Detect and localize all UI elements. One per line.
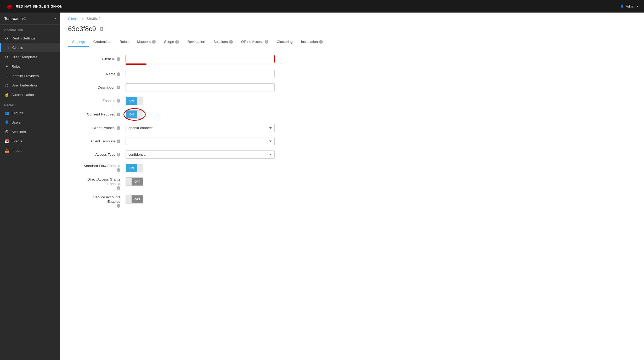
access-type-control: confidential public bearer-only	[126, 150, 288, 159]
name-control	[126, 70, 288, 78]
enabled-toggle-off[interactable]	[137, 97, 143, 105]
roles-icon: ≡	[4, 64, 9, 68]
client-id-label: Client ID ?	[68, 55, 126, 61]
client-protocol-help-icon: ?	[117, 126, 120, 130]
sidebar-item-label: Users	[12, 120, 21, 124]
consent-required-row: Consent Required ? ON	[68, 110, 288, 119]
tab-clustering[interactable]: Clustering	[273, 37, 297, 47]
sidebar-item-client-templates[interactable]: ⚙ Client Templates	[0, 52, 60, 62]
service-accounts-toggle-on-part[interactable]	[126, 195, 132, 203]
consent-toggle-off[interactable]	[137, 111, 143, 118]
description-help-icon: ?	[117, 86, 120, 89]
tab-offline-access[interactable]: Offline Access ?	[237, 37, 273, 47]
sidebar-item-groups[interactable]: 👥 Groups	[0, 108, 60, 118]
client-template-help-icon: ?	[117, 140, 120, 143]
sidebar-item-label: Identity Providers	[12, 74, 39, 78]
name-help-icon: ?	[117, 72, 120, 76]
tab-settings[interactable]: Settings	[68, 37, 89, 47]
sidebar-item-clients[interactable]: ◻ Clients	[0, 43, 60, 52]
service-accounts-help-icon: ?	[117, 204, 120, 208]
access-type-help-icon: ?	[117, 153, 120, 156]
breadcrumb-separator: »	[81, 17, 83, 21]
standard-flow-help-icon: ?	[117, 168, 120, 172]
standard-flow-label: Standard Flow Enabled ?	[68, 164, 126, 172]
mappers-help-icon: ?	[152, 40, 156, 44]
direct-access-help-icon: ?	[117, 186, 120, 190]
sidebar-item-label: User Federation	[12, 83, 37, 87]
sidebar-item-user-federation[interactable]: ◎ User Federation	[0, 80, 60, 90]
direct-access-toggle-off-label[interactable]: OFF	[132, 178, 143, 185]
sessions-icon: ⏱	[4, 130, 9, 134]
brand-logo: RED HAT SINGLE SIGN-ON	[5, 3, 63, 9]
breadcrumb-parent-link[interactable]: Clients	[68, 17, 78, 21]
realm-selector[interactable]: Tom-oauth-1 ▾	[0, 13, 60, 25]
main-content: Clients » 63e3f8c9 63e3f8c9 🗑 Settings C…	[60, 13, 644, 360]
sidebar-item-authentication[interactable]: 🔒 Authentication	[0, 90, 60, 99]
top-navigation: RED HAT SINGLE SIGN-ON 👤 Admin ▾	[0, 0, 644, 13]
tab-offline-access-label: Offline Access	[241, 40, 263, 44]
consent-toggle-on[interactable]: ON	[126, 111, 137, 118]
direct-access-control: OFF	[126, 177, 288, 186]
description-input[interactable]	[126, 83, 275, 91]
sidebar-item-roles[interactable]: ≡ Roles	[0, 62, 60, 71]
sidebar-item-label: Authentication	[12, 93, 34, 97]
direct-access-toggle-on-part[interactable]	[126, 178, 132, 185]
realm-name: Tom-oauth-1	[4, 16, 26, 21]
client-id-control	[126, 55, 288, 65]
client-template-select[interactable]	[126, 137, 275, 145]
tab-scope[interactable]: Scope ?	[160, 37, 183, 47]
tab-revocation[interactable]: Revocation	[183, 37, 209, 47]
client-template-label: Client Template ?	[68, 137, 126, 143]
enabled-toggle[interactable]: ON	[126, 97, 143, 105]
tab-sessions[interactable]: Sessions ?	[209, 37, 237, 47]
enabled-toggle-on[interactable]: ON	[126, 97, 137, 105]
direct-access-row: Direct Access Grants Enabled ? OFF	[68, 177, 288, 190]
page-header: 63e3f8c9 🗑	[60, 23, 644, 33]
tab-credentials-label: Credentials	[93, 40, 111, 44]
client-id-input[interactable]	[126, 55, 275, 63]
sidebar-item-events[interactable]: 📅 Events	[0, 136, 60, 146]
tab-mappers[interactable]: Mappers ?	[133, 37, 160, 47]
direct-access-label: Direct Access Grants Enabled ?	[68, 177, 126, 190]
identity-providers-icon: ↔	[4, 74, 9, 78]
access-type-label: Access Type ?	[68, 150, 126, 156]
tab-installation[interactable]: Installation ?	[297, 37, 327, 47]
access-type-select[interactable]: confidential public bearer-only	[126, 150, 275, 159]
sidebar-item-users[interactable]: 👤 Users	[0, 118, 60, 127]
sidebar-item-realm-settings[interactable]: ⚙ Realm Settings	[0, 33, 60, 43]
consent-required-toggle[interactable]: ON	[126, 110, 143, 119]
name-input[interactable]	[126, 70, 275, 78]
sidebar-item-identity-providers[interactable]: ↔ Identity Providers	[0, 71, 60, 80]
import-icon: 📥	[4, 148, 9, 153]
sidebar: Tom-oauth-1 ▾ Configure ⚙ Realm Settings…	[0, 13, 60, 360]
standard-flow-toggle-on[interactable]: ON	[126, 164, 137, 172]
sidebar-item-label: Realm Settings	[12, 36, 36, 40]
realm-dropdown-icon: ▾	[54, 17, 56, 20]
client-protocol-select[interactable]: openid-connect saml	[126, 124, 275, 132]
service-accounts-toggle[interactable]: OFF	[126, 195, 143, 204]
sidebar-item-import[interactable]: 📥 Import	[0, 146, 60, 155]
sidebar-item-label: Client Templates	[12, 55, 38, 59]
brand-name: RED HAT SINGLE SIGN-ON	[16, 4, 63, 8]
service-accounts-toggle-off-label[interactable]: OFF	[132, 195, 143, 203]
tabs-container: Settings Credentials Roles Mappers ? Sco…	[60, 33, 644, 47]
standard-flow-toggle-off[interactable]	[137, 164, 143, 172]
sidebar-item-sessions[interactable]: ⏱ Sessions	[0, 127, 60, 136]
direct-access-toggle[interactable]: OFF	[126, 177, 143, 186]
username-label: Admin	[626, 4, 635, 8]
tab-roles[interactable]: Roles	[115, 37, 133, 47]
name-row: Name ?	[68, 70, 288, 78]
sidebar-item-label: Groups	[12, 111, 23, 115]
tab-settings-label: Settings	[72, 40, 85, 44]
sidebar-item-label: Sessions	[12, 130, 26, 134]
tab-sessions-label: Sessions	[213, 40, 228, 44]
enabled-label: Enabled ?	[68, 97, 126, 103]
standard-flow-toggle[interactable]: ON	[126, 164, 143, 172]
breadcrumb-current: 63e3f8c9	[86, 17, 100, 21]
consent-required-help-icon: ?	[117, 113, 120, 116]
delete-icon[interactable]: 🗑	[100, 26, 104, 32]
user-menu[interactable]: 👤 Admin ▾	[620, 4, 639, 8]
client-protocol-row: Client Protocol ? openid-connect saml	[68, 124, 288, 132]
description-row: Description ?	[68, 83, 288, 91]
tab-credentials[interactable]: Credentials	[89, 37, 115, 47]
